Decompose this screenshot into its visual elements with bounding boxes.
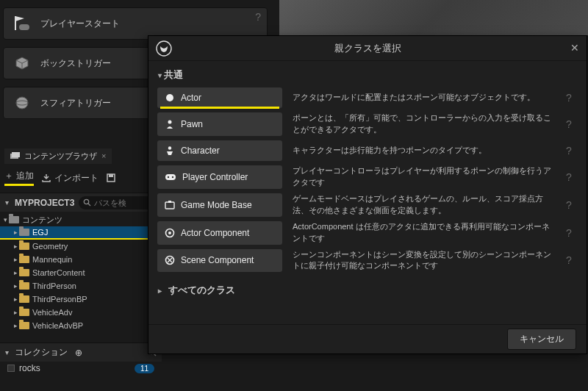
class-description: キャラクターは歩行能力を持つポーンのタイプです。 [282, 140, 560, 161]
svg-rect-13 [165, 174, 176, 180]
save-icon [106, 173, 116, 183]
actor-component-icon [165, 228, 175, 238]
tree-folder[interactable]: ▸StarterContent [0, 266, 162, 279]
class-option-character[interactable]: Character [157, 140, 282, 161]
project-header-row[interactable]: ▾ MYPROJECT3 [0, 193, 162, 212]
folder-label: Mannequin [32, 255, 72, 264]
class-option-scene-component[interactable]: Scene Component [157, 249, 282, 273]
import-label: インポート [54, 172, 98, 184]
collections-header[interactable]: ▾ コレクション ⊕ [0, 342, 162, 362]
class-option-actor[interactable]: Actor [157, 87, 282, 108]
add-label: 追加 [16, 170, 34, 182]
svg-point-19 [168, 232, 171, 234]
unreal-logo-icon [156, 40, 172, 57]
chevron-down-icon: ▾ [5, 348, 9, 356]
class-name: Game Mode Base [181, 200, 252, 210]
add-collection-button[interactable]: ⊕ [75, 348, 82, 358]
svg-rect-0 [19, 24, 29, 30]
svg-point-1 [16, 97, 28, 109]
chevron-right-icon: ▸ [14, 256, 18, 263]
dialog-footer: キャンセル [148, 324, 587, 354]
folder-icon [19, 256, 29, 263]
help-icon[interactable]: ? [560, 221, 578, 245]
folder-stack-icon [10, 151, 21, 160]
class-option-pawn[interactable]: Pawn [157, 112, 282, 136]
tree-folder[interactable]: ▸ThirdPersonBP [0, 293, 162, 306]
help-icon[interactable]: ? [560, 112, 578, 136]
class-description: アクタはワールドに配置またはスポーン可能なオブジェクトです。 [282, 87, 560, 108]
chevron-right-icon: ▸ [14, 282, 18, 290]
collections-label: コレクション [15, 346, 68, 359]
folder-icon [19, 322, 29, 329]
collection-count-badge: 11 [135, 364, 154, 373]
class-option-actor-component[interactable]: Actor Component [157, 221, 282, 245]
class-option-game-mode-base[interactable]: Game Mode Base [157, 193, 282, 217]
section-common-header[interactable]: ▾ 共通 [157, 65, 578, 87]
svg-point-15 [172, 176, 173, 178]
actor-icon [165, 93, 175, 103]
folder-label: VehicleAdv [32, 308, 72, 317]
help-icon[interactable]: ? [560, 87, 578, 108]
class-description: シーンコンポーネントはシーン変換を設定して別のシーンコンポーネントに親子付け可能… [282, 249, 560, 273]
source-search[interactable] [79, 196, 157, 209]
folder-icon [19, 295, 29, 303]
help-icon[interactable]: ? [255, 11, 261, 23]
tree-folder[interactable]: ▸VehicleAdvBP [0, 319, 162, 332]
tree-folder[interactable]: ▸VehicleAdv [0, 306, 162, 319]
svg-rect-17 [168, 201, 171, 203]
class-name: Pawn [181, 119, 203, 129]
tree-folder[interactable]: ▸ThirdPerson [0, 279, 162, 293]
svg-point-11 [168, 120, 172, 123]
help-icon[interactable]: ? [560, 193, 578, 217]
pawn-icon [165, 119, 175, 129]
class-name: Scene Component [181, 255, 254, 265]
folder-label: VehicleAdvBP [32, 321, 83, 330]
class-row-actor-component: Actor Component ActorComponent は任意のアクタに追… [157, 221, 578, 245]
gamepad-icon [165, 173, 176, 182]
tree-folder-egj[interactable]: ▸ EGJ [0, 226, 162, 240]
place-item-label: プレイヤースタート [40, 18, 120, 30]
chevron-down-icon: ▾ [158, 71, 162, 79]
cancel-button[interactable]: キャンセル [507, 329, 576, 350]
search-input[interactable] [94, 198, 131, 207]
section-all-classes-header[interactable]: ▸ すべてのクラス [157, 276, 578, 297]
chevron-down-icon: ▾ [4, 216, 7, 223]
tree-root[interactable]: ▾ コンテンツ [0, 213, 162, 226]
svg-point-14 [168, 176, 169, 178]
svg-point-12 [168, 146, 171, 149]
chevron-right-icon: ▸ [14, 243, 18, 250]
chevron-down-icon: ▾ [5, 198, 9, 207]
collection-swatch-icon [7, 365, 15, 372]
content-browser-tab[interactable]: コンテンツブラウザ × [4, 148, 112, 164]
help-icon[interactable]: ? [560, 165, 578, 189]
chevron-right-icon: ▸ [14, 269, 18, 276]
class-description: ActorComponent は任意のアクタに追加できる再利用可能なコンポーネン… [282, 221, 560, 245]
class-row-character: Character キャラクターは歩行能力を持つポーンのタイプです。 ? [157, 140, 578, 161]
class-name: Actor [181, 93, 201, 103]
help-icon[interactable]: ? [560, 140, 578, 161]
help-icon[interactable]: ? [560, 249, 578, 273]
save-all-button[interactable] [106, 173, 116, 183]
svg-rect-16 [165, 202, 174, 209]
folder-label: EGJ [32, 228, 48, 237]
class-row-scene-component: Scene Component シーンコンポーネントはシーン変換を設定して別のシ… [157, 249, 578, 273]
close-icon[interactable]: × [101, 151, 106, 160]
folder-label: ThirdPerson [32, 281, 76, 290]
folder-icon [19, 229, 29, 236]
import-button[interactable]: インポート [41, 172, 98, 184]
tree-folder[interactable]: ▸Geometry [0, 240, 162, 253]
class-option-player-controller[interactable]: Player Controller [157, 165, 282, 189]
search-icon [83, 198, 91, 207]
dialog-close-button[interactable]: ✕ [570, 42, 579, 54]
dialog-body: ▾ 共通 Actor アクタはワールドに配置またはスポーン可能なオブジェクトです… [148, 61, 587, 301]
chevron-right-icon: ▸ [158, 286, 162, 295]
folder-label: StarterContent [32, 268, 85, 277]
chevron-right-icon: ▸ [14, 229, 18, 236]
class-name: Actor Component [181, 228, 249, 238]
folder-label: Geometry [32, 242, 68, 251]
add-button[interactable]: ＋ 追加 [4, 170, 34, 186]
collection-item[interactable]: rocks 11 [0, 362, 162, 375]
class-row-player-controller: Player Controller プレイヤーコントローラはプレイヤーが利用する… [157, 165, 578, 189]
svg-point-10 [166, 94, 173, 101]
tree-folder[interactable]: ▸Mannequin [0, 253, 162, 266]
